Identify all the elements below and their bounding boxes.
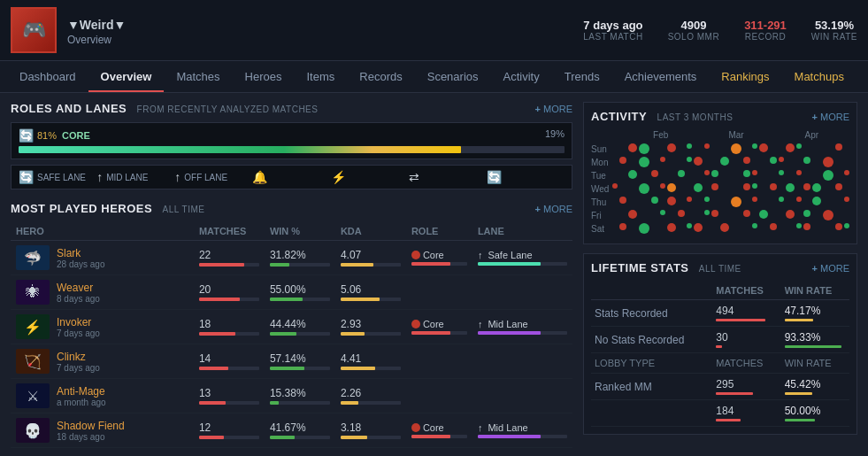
lifetime-section: LIFETIME STATS ALL TIME MORE Matches Win… — [583, 253, 857, 435]
nav-trends[interactable]: Trends — [552, 61, 612, 92]
activity-dot — [835, 223, 842, 230]
activity-dot — [678, 157, 685, 164]
activity-dot — [731, 157, 741, 167]
stat-name: Stats Recorded — [591, 300, 712, 327]
activity-dot — [667, 183, 676, 192]
matches-bar-fill — [199, 263, 244, 267]
activity-dot — [743, 197, 750, 204]
day-dots — [612, 143, 849, 154]
activity-dot — [786, 223, 795, 232]
day-label: Wed — [591, 184, 612, 194]
activity-dot — [720, 143, 729, 152]
off-lane-label: OFF LANE — [184, 173, 227, 182]
activity-dot — [743, 143, 750, 151]
activity-dot — [711, 157, 718, 164]
activity-title-group: ACTIVITY LAST 3 MONTHS — [591, 110, 733, 123]
kda-bar-fill — [341, 367, 375, 370]
stat-name: No Stats Recorded — [591, 327, 712, 353]
win-bar-fill — [270, 298, 303, 301]
roles-subtitle: FROM RECENTLY ANALYZED MATCHES — [137, 104, 319, 114]
roles-section: ROLES AND LANES FROM RECENTLY ANALYZED M… — [11, 102, 572, 189]
table-row[interactable]: ⚔ Anti-Mage a month ago 13 15.38% 2.26 — [11, 379, 572, 413]
table-row[interactable]: ⚡ Invoker 7 days ago 18 44.44% 2.93 — [11, 310, 572, 344]
activity-dot — [694, 183, 703, 192]
nav-records[interactable]: Records — [347, 61, 414, 92]
stat-name: Ranked MM — [591, 374, 712, 400]
activity-dot — [743, 157, 750, 164]
activity-dot — [687, 170, 692, 175]
nav-heroes[interactable]: Heroes — [233, 61, 295, 92]
core-label: CORE — [62, 130, 90, 141]
activity-dot — [678, 170, 685, 177]
activity-dot — [660, 183, 665, 189]
hero-name-cell: Anti-Mage a month ago — [57, 385, 106, 407]
day-label: Sat — [591, 224, 612, 234]
nav-scenarios[interactable]: Scenarios — [415, 61, 491, 92]
activity-dot — [704, 197, 710, 202]
lifetime-more-btn[interactable]: MORE — [812, 263, 849, 274]
activity-dot — [720, 183, 729, 192]
match-count: 12 — [199, 421, 211, 434]
nav-overview[interactable]: Overview — [88, 61, 165, 92]
hero-name: Slark — [57, 247, 105, 259]
hero-cell: ⚡ Invoker 7 days ago — [16, 314, 188, 339]
activity-dot — [711, 143, 718, 151]
table-row[interactable]: 💀 Shadow Fiend 18 days ago 12 41.67% 3.1… — [11, 413, 572, 448]
matches-bar — [716, 419, 741, 421]
activity-dot — [770, 197, 777, 204]
avatar: 🎮 — [11, 7, 57, 53]
nav-activity[interactable]: Activity — [491, 61, 552, 92]
nav-dashboard[interactable]: Dashboard — [7, 61, 88, 92]
activity-dot — [786, 170, 795, 179]
kda-value: 2.93 — [341, 318, 361, 330]
activity-dot — [711, 210, 718, 217]
table-row[interactable]: 🦈 Slark 28 days ago 22 31.82% 4.07 — [11, 241, 572, 275]
activity-dot — [759, 197, 768, 205]
nav-matches[interactable]: Matches — [164, 61, 232, 92]
nav-matchups[interactable]: Matchups — [782, 61, 856, 92]
activity-dot — [796, 210, 802, 215]
kda-bar-fill — [341, 332, 365, 336]
roles-more-btn[interactable]: MORE — [535, 104, 572, 114]
matches-bar-track — [199, 367, 259, 370]
activity-dot — [731, 197, 741, 207]
role-badge: Core — [411, 250, 467, 260]
nav-achievements[interactable]: Achievements — [612, 61, 710, 92]
heroes-more-btn[interactable]: MORE — [535, 204, 572, 214]
record-label: RECORD — [745, 32, 786, 42]
nav-rankings[interactable]: Rankings — [709, 61, 781, 92]
activity-dot — [619, 197, 626, 204]
activity-more-btn[interactable]: MORE — [812, 112, 849, 122]
table-row[interactable]: 🏹 Clinkz 7 days ago 14 57.14% 4.41 — [11, 344, 572, 379]
winrate-bar — [785, 419, 816, 421]
stat-name — [591, 400, 712, 427]
activity-dot — [759, 223, 768, 232]
heroes-title: MOST PLAYED HEROES — [11, 202, 152, 215]
matches-bar-track — [199, 436, 259, 439]
lane-badge: ↑Safe Lane — [478, 250, 567, 260]
day-label: Thu — [591, 197, 612, 207]
matches-bar-fill — [199, 436, 224, 439]
hero-time: 8 days ago — [57, 294, 100, 304]
activity-dot — [823, 157, 833, 167]
activity-dot — [694, 157, 703, 166]
stats-table: Matches Win Rate Stats Recorded 494 47.1… — [591, 282, 849, 427]
activity-dot — [770, 157, 777, 164]
matches-bar-fill — [199, 367, 228, 370]
winrate-bar — [785, 392, 812, 395]
lanes-row: 🔄 SAFE LANE ↑ MID LANE ↑ OFF LANE 🔔 ⚡ — [11, 165, 572, 189]
month-headers: Feb Mar Apr — [623, 130, 849, 140]
activity-dot — [660, 197, 665, 202]
activity-dot — [803, 223, 810, 230]
table-row[interactable]: 🕷 Weaver 8 days ago 20 55.00% 5.06 — [11, 275, 572, 310]
activity-dot — [651, 183, 658, 190]
matches-bar-track — [199, 263, 259, 267]
match-count: 22 — [199, 249, 211, 261]
kda-bar-fill — [341, 263, 373, 267]
solo-mmr-label: SOLO MMR — [668, 32, 719, 42]
hero-time: 28 days ago — [57, 259, 105, 269]
day-dots — [612, 210, 849, 220]
core-pct: 81% — [37, 130, 57, 141]
matches-bar — [716, 345, 722, 348]
nav-items[interactable]: Items — [295, 61, 348, 92]
